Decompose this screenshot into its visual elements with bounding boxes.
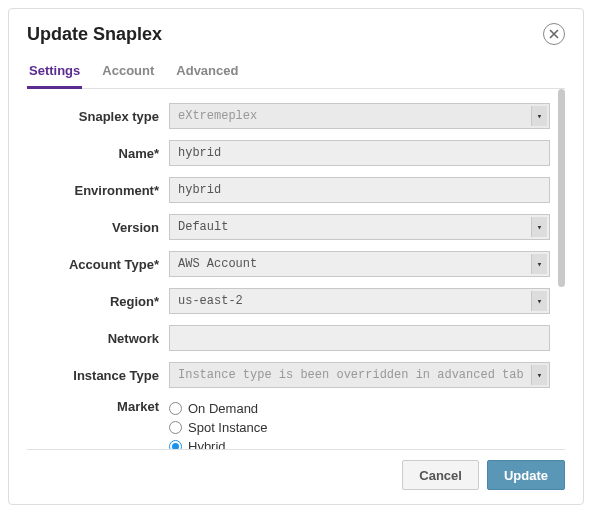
label-market: Market — [27, 399, 169, 414]
label-snaplex-type: Snaplex type — [27, 109, 169, 124]
tabs: Settings Account Advanced — [27, 57, 565, 89]
market-spot-instance[interactable]: Spot Instance — [169, 420, 550, 435]
network-input[interactable] — [169, 325, 550, 351]
chevron-down-icon: ▾ — [531, 365, 547, 385]
update-snaplex-dialog: Update Snaplex Settings Account Advanced… — [8, 8, 584, 505]
market-radio-group: On Demand Spot Instance Hybrid — [169, 399, 550, 449]
chevron-down-icon: ▾ — [531, 106, 547, 126]
environment-input[interactable] — [169, 177, 550, 203]
dialog-header: Update Snaplex — [27, 23, 565, 45]
name-input[interactable] — [169, 140, 550, 166]
chevron-down-icon: ▾ — [531, 217, 547, 237]
dialog-footer: Cancel Update — [27, 449, 565, 490]
account-type-select[interactable]: AWS Account ▾ — [169, 251, 550, 277]
label-version: Version — [27, 220, 169, 235]
close-icon — [549, 29, 559, 39]
scrollbar-thumb[interactable] — [558, 89, 565, 287]
close-button[interactable] — [543, 23, 565, 45]
label-account-type: Account Type* — [27, 257, 169, 272]
market-on-demand[interactable]: On Demand — [169, 401, 550, 416]
instance-type-select[interactable]: Instance type is been overridden in adva… — [169, 362, 550, 388]
label-instance-type: Instance Type — [27, 368, 169, 383]
chevron-down-icon: ▾ — [531, 254, 547, 274]
label-environment: Environment* — [27, 183, 169, 198]
snaplex-type-select[interactable]: eXtremeplex ▾ — [169, 103, 550, 129]
radio-icon — [169, 402, 182, 415]
update-button[interactable]: Update — [487, 460, 565, 490]
label-network: Network — [27, 331, 169, 346]
radio-icon — [169, 421, 182, 434]
chevron-down-icon: ▾ — [531, 291, 547, 311]
region-select[interactable]: us-east-2 ▾ — [169, 288, 550, 314]
tab-account[interactable]: Account — [100, 57, 156, 88]
scrollbar[interactable] — [558, 89, 565, 449]
label-name: Name* — [27, 146, 169, 161]
market-hybrid[interactable]: Hybrid — [169, 439, 550, 449]
radio-icon — [169, 440, 182, 449]
form-scroll: Snaplex type eXtremeplex ▾ Name* Environ… — [27, 89, 554, 449]
tab-advanced[interactable]: Advanced — [174, 57, 240, 88]
dialog-title: Update Snaplex — [27, 24, 162, 45]
version-select[interactable]: Default ▾ — [169, 214, 550, 240]
label-region: Region* — [27, 294, 169, 309]
tab-settings[interactable]: Settings — [27, 57, 82, 88]
cancel-button[interactable]: Cancel — [402, 460, 479, 490]
